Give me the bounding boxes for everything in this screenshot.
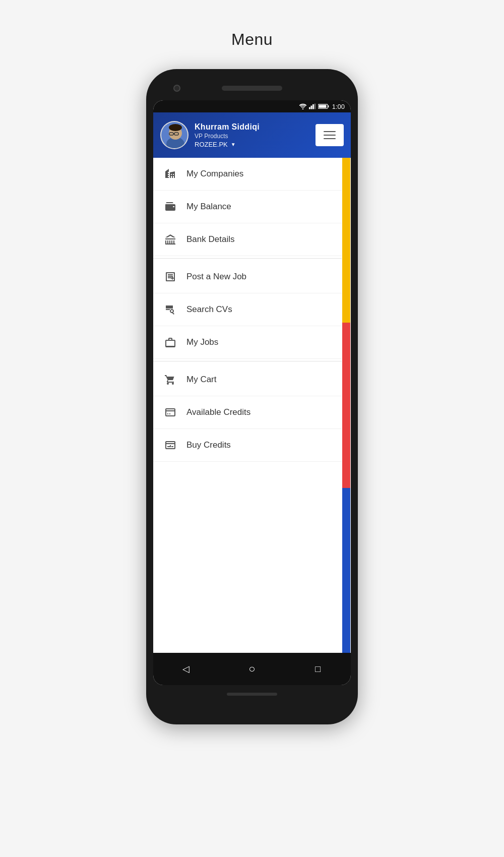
avatar — [160, 121, 188, 149]
svg-rect-3 — [312, 104, 314, 109]
phone-home-bar — [227, 693, 277, 696]
hamburger-button[interactable] — [316, 124, 344, 146]
status-icons: 1:00 — [299, 103, 345, 110]
buy-credits-icon — [163, 438, 177, 452]
buildings-icon — [163, 167, 177, 181]
cart-icon — [163, 373, 177, 387]
svg-rect-1 — [309, 107, 310, 109]
bank-details-label: Bank Details — [186, 234, 234, 244]
phone-device: 1:00 — [146, 69, 358, 724]
available-credits-icon — [163, 405, 177, 419]
phone-bottom — [153, 685, 351, 703]
available-credits-label: Available Credits — [186, 407, 250, 417]
chevron-down-icon: ▼ — [231, 142, 236, 147]
bottom-navigation: ◁ ○ □ — [153, 653, 351, 685]
menu-section-1: My Companies My Balance Bank Details — [153, 158, 342, 256]
menu-item-post-new-job[interactable]: Post a New Job — [153, 261, 342, 293]
red-tab — [342, 323, 350, 487]
header-left: Khurram Siddiqi VP Products ROZEE.PK ▼ — [160, 121, 260, 149]
buy-credits-label: Buy Credits — [186, 440, 231, 450]
phone-top — [153, 78, 351, 98]
menu-item-my-balance[interactable]: My Balance — [153, 191, 342, 223]
phone-camera — [173, 85, 180, 92]
menu-item-bank-details[interactable]: Bank Details — [153, 223, 342, 256]
yellow-tab — [342, 158, 350, 323]
page-title: Menu — [231, 30, 273, 49]
svg-point-0 — [302, 108, 303, 109]
wallet-icon — [163, 200, 177, 214]
svg-rect-7 — [319, 105, 326, 108]
side-tabs — [342, 158, 351, 653]
svg-point-11 — [169, 124, 182, 131]
my-companies-label: My Companies — [186, 169, 243, 179]
app-header: Khurram Siddiqi VP Products ROZEE.PK ▼ — [153, 112, 351, 158]
menu-item-my-cart[interactable]: My Cart — [153, 363, 342, 396]
phone-screen: 1:00 — [153, 100, 351, 685]
home-icon: ○ — [248, 662, 255, 676]
phone-speaker — [222, 86, 282, 91]
my-balance-label: My Balance — [186, 202, 231, 212]
hamburger-icon — [320, 127, 340, 143]
user-name: Khurram Siddiqi — [195, 123, 260, 132]
search-cvs-icon — [163, 302, 177, 317]
signal-icon — [309, 103, 316, 109]
company-row[interactable]: ROZEE.PK ▼ — [195, 141, 260, 148]
menu-item-my-companies[interactable]: My Companies — [153, 158, 342, 191]
status-bar: 1:00 — [153, 100, 351, 112]
menu-section-3: My Cart Available Credits Buy Credits — [153, 363, 342, 462]
user-info: Khurram Siddiqi VP Products ROZEE.PK ▼ — [195, 123, 260, 148]
user-role: VP Products — [195, 133, 260, 140]
search-cvs-label: Search CVs — [186, 304, 232, 315]
menu-content: My Companies My Balance Bank Details — [153, 158, 351, 653]
battery-icon — [318, 103, 329, 109]
post-new-job-label: Post a New Job — [186, 272, 246, 282]
status-time: 1:00 — [332, 103, 345, 110]
menu-item-search-cvs[interactable]: Search CVs — [153, 293, 342, 326]
recent-button[interactable]: □ — [308, 659, 328, 679]
svg-rect-6 — [328, 105, 329, 107]
home-button[interactable]: ○ — [242, 659, 262, 679]
svg-rect-4 — [314, 103, 316, 109]
recent-icon: □ — [315, 664, 321, 675]
wifi-icon — [299, 103, 307, 109]
menu-item-available-credits[interactable]: Available Credits — [153, 396, 342, 429]
blue-tab — [342, 488, 350, 653]
back-button[interactable]: ◁ — [176, 659, 196, 679]
menu-item-buy-credits[interactable]: Buy Credits — [153, 429, 342, 462]
svg-rect-2 — [310, 106, 312, 109]
company-name: ROZEE.PK — [195, 141, 228, 148]
menu-section-2: Post a New Job Search CVs My Jobs — [153, 261, 342, 359]
back-icon: ◁ — [182, 663, 190, 675]
divider-1 — [153, 258, 342, 259]
bank-icon — [163, 232, 177, 247]
divider-2 — [153, 361, 342, 361]
menu-list: My Companies My Balance Bank Details — [153, 158, 342, 653]
menu-item-my-jobs[interactable]: My Jobs — [153, 326, 342, 359]
post-job-icon — [163, 270, 177, 284]
my-jobs-label: My Jobs — [186, 337, 218, 347]
my-cart-label: My Cart — [186, 375, 217, 385]
briefcase-icon — [163, 335, 177, 349]
